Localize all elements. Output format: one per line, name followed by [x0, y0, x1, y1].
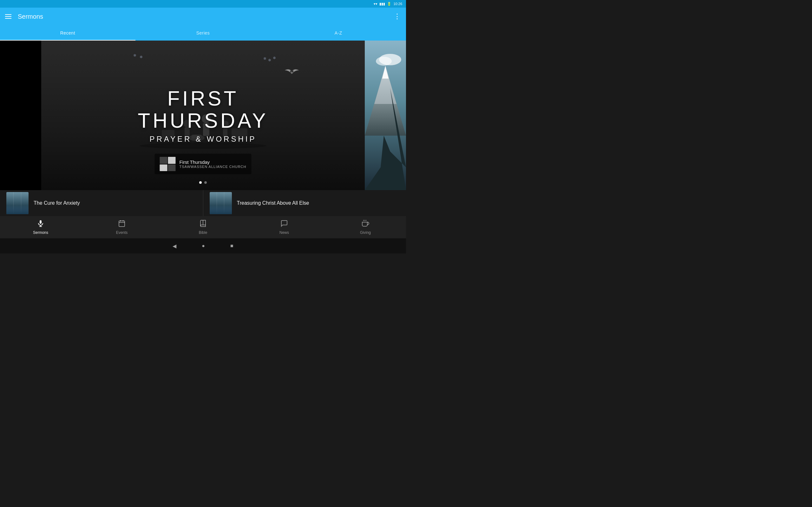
thumb-grid-1: [6, 192, 29, 214]
sparkle-5: ❄: [273, 56, 276, 60]
recents-button[interactable]: ■: [230, 243, 234, 249]
carousel-main-title: FIRST THURSDAY: [122, 88, 284, 132]
carousel-bottom-text: First Thursday TSAWWASSEN ALLIANCE CHURC…: [180, 159, 247, 169]
chat-icon: [281, 220, 288, 229]
thumb-col-2: [14, 192, 21, 214]
status-bar: ▾▾ ▮▮▮ 🔋 10:26: [0, 0, 406, 8]
status-icons: ▾▾ ▮▮▮ 🔋 10:26: [374, 2, 402, 6]
nav-item-giving[interactable]: Giving: [325, 216, 406, 238]
dot-2[interactable]: [204, 181, 207, 184]
sparkle-4: ❄: [268, 58, 271, 62]
carousel-info-bar: First Thursday TSAWWASSEN ALLIANCE CHURC…: [155, 154, 252, 174]
bottom-nav: Sermons Events Bible: [0, 216, 406, 238]
thumb-col-4: [210, 192, 217, 214]
sermon-title-1: The Cure for Anxiety: [34, 200, 80, 206]
sermon-item-1[interactable]: The Cure for Anxiety: [0, 190, 203, 216]
carousel-church-name: TSAWWASSEN ALLIANCE CHURCH: [180, 165, 247, 169]
back-button[interactable]: ◀: [172, 243, 176, 249]
nav-label-sermons: Sermons: [33, 230, 48, 235]
battery-icon: 🔋: [387, 2, 392, 6]
thumb-col-6: [224, 192, 232, 214]
carousel-main-subtitle: PRAYER & WORSHIP: [122, 134, 284, 143]
carousel-dots: [199, 181, 207, 184]
svg-rect-21: [119, 221, 125, 227]
carousel-area: ❄ ❄ ❄ ❄ ❄ FIRST THURSDAY PRAYER & WORSHI…: [0, 41, 406, 190]
system-nav: ◀ ● ■: [0, 238, 406, 253]
app-bar: Sermons ⋮: [0, 8, 406, 25]
home-button[interactable]: ●: [202, 243, 205, 249]
svg-rect-18: [40, 220, 42, 224]
thumb-col-1: [6, 192, 14, 214]
sermon-title-2: Treasuring Christ Above All Else: [237, 200, 309, 206]
signal-icon: ▮▮▮: [379, 2, 385, 6]
right-mountain-image: [365, 41, 406, 190]
carousel-right-panel: [365, 41, 406, 190]
nav-item-events[interactable]: Events: [81, 216, 162, 238]
carousel-sermon-name: First Thursday: [180, 159, 247, 165]
logo-cell-bl: [160, 164, 167, 171]
nav-item-news[interactable]: News: [244, 216, 325, 238]
menu-icon[interactable]: [5, 14, 11, 19]
hand-icon: [362, 220, 369, 229]
carousel-main[interactable]: ❄ ❄ ❄ ❄ ❄ FIRST THURSDAY PRAYER & WORSHI…: [41, 41, 365, 190]
sparkle-3: ❄: [263, 56, 266, 61]
sparkle-2: ❄: [140, 55, 143, 59]
book-icon: [199, 220, 207, 229]
sermon-thumbnail-1: [6, 192, 29, 214]
sermon-title-overlay: FIRST THURSDAY PRAYER & WORSHIP: [122, 88, 284, 144]
more-options-icon[interactable]: ⋮: [394, 12, 401, 20]
nav-label-events: Events: [116, 230, 128, 235]
tab-series[interactable]: Series: [136, 25, 271, 41]
bird-icon: [282, 66, 301, 82]
clock: 10:26: [393, 2, 402, 6]
sermon-list: The Cure for Anxiety Treasuring Christ A…: [0, 190, 406, 216]
sermon-thumbnail-2: [210, 192, 232, 214]
nav-label-bible: Bible: [199, 230, 207, 235]
thumb-col-3: [21, 192, 29, 214]
thumb-col-5: [217, 192, 224, 214]
calendar-icon: [118, 220, 125, 229]
tab-recent[interactable]: Recent: [0, 25, 136, 41]
logo-cell-br: [168, 164, 176, 171]
app-title: Sermons: [18, 13, 394, 20]
nav-label-news: News: [280, 230, 289, 235]
sparkle-1: ❄: [133, 53, 136, 58]
svg-point-13: [376, 57, 392, 66]
tab-bar: Recent Series A-Z: [0, 25, 406, 41]
carousel-left-panel: [0, 41, 41, 190]
mountain-svg: [365, 41, 406, 190]
dot-1[interactable]: [199, 181, 202, 184]
tab-az[interactable]: A-Z: [270, 25, 406, 41]
sermon-item-2[interactable]: Treasuring Christ Above All Else: [203, 190, 406, 216]
logo-cell-tl: [160, 157, 167, 164]
nav-label-giving: Giving: [360, 230, 371, 235]
logo-cell-tr: [168, 157, 176, 164]
nav-item-bible[interactable]: Bible: [162, 216, 244, 238]
church-logo: [160, 157, 176, 171]
svg-point-0: [140, 143, 266, 149]
mic-icon: [37, 220, 44, 229]
thumb-grid-2: [210, 192, 232, 214]
nav-item-sermons[interactable]: Sermons: [0, 216, 81, 238]
wifi-icon: ▾▾: [374, 2, 377, 6]
